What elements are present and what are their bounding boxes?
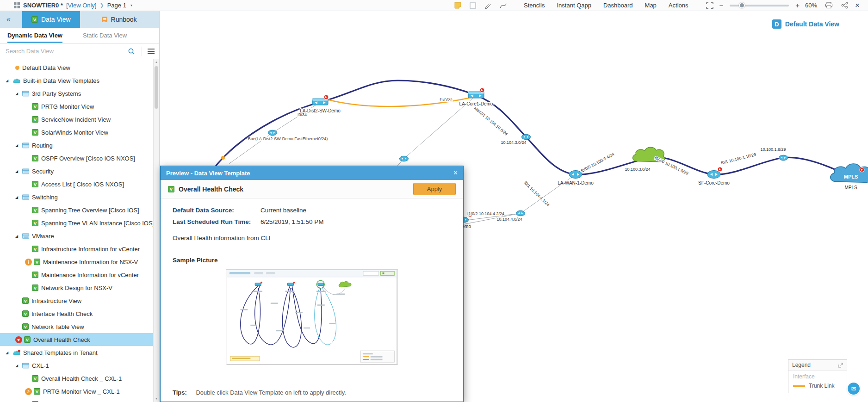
- expand-arrow-icon[interactable]: ◢: [15, 169, 22, 173]
- expand-arrow-icon[interactable]: ◢: [15, 143, 22, 148]
- template-name: Overall Health Check: [179, 186, 243, 193]
- tips-row: Tips: Double click Data View Template on…: [173, 389, 346, 396]
- tree-item-switching[interactable]: ◢Switching: [0, 191, 153, 204]
- tree-item-prtg-monitor-view-cxl-1[interactable]: 2VPRTG Monitor View _ CXL-1: [0, 385, 153, 398]
- note-tool-icon[interactable]: [454, 2, 461, 9]
- device-router-sm[interactable]: [268, 130, 277, 136]
- menu-dashboard[interactable]: Dashboard: [603, 2, 633, 9]
- subtab-dynamic-data-view[interactable]: Dynamic Data View: [7, 28, 62, 43]
- device-router-sm[interactable]: [399, 156, 408, 161]
- apps-grid-icon[interactable]: [14, 2, 20, 8]
- fit-screen-icon[interactable]: [706, 2, 713, 9]
- dataview-subtabs: Dynamic Data View Static Data View: [0, 28, 159, 43]
- pencil-tool-icon[interactable]: [484, 2, 491, 9]
- tree-item-network-design-for-nsx-v[interactable]: VNetwork Design for NSX-V: [0, 281, 153, 294]
- menu-actions[interactable]: Actions: [669, 2, 688, 9]
- chat-button[interactable]: ✉: [848, 383, 860, 395]
- tree-item-routing[interactable]: ◢Routing: [0, 139, 153, 152]
- device-router-sm[interactable]: [779, 155, 787, 161]
- menu-map[interactable]: Map: [645, 2, 657, 9]
- tab-runbook[interactable]: Runbook: [92, 11, 146, 28]
- tree-item-servicenow-incident-view-cxl-1[interactable]: VServiceNow Incident View _ CXL-1: [0, 398, 153, 402]
- scrollbar-thumb[interactable]: [155, 66, 158, 109]
- expand-arrow-icon[interactable]: ◢: [6, 351, 12, 355]
- subtab-static-data-view[interactable]: Static Data View: [83, 28, 127, 43]
- scroll-down-icon[interactable]: ▼: [154, 396, 159, 402]
- tree-item-label: ServiceNow Incident View: [41, 116, 111, 123]
- interface-label: f0/34: [298, 112, 307, 117]
- menu-instant-qapp[interactable]: Instant Qapp: [557, 2, 591, 9]
- tab-data-view[interactable]: V Data View: [22, 11, 80, 28]
- tree-item-prtg-monitor-view[interactable]: VPRTG Monitor View: [0, 100, 153, 113]
- tree-item-cxl-1[interactable]: ◢CXL-1: [0, 359, 153, 372]
- search-icon[interactable]: [128, 48, 135, 55]
- tree-item-access-list-cisco-ios-nxos[interactable]: VAccess List [ Cisco IOS NXOS]: [0, 178, 153, 191]
- device-router-sm[interactable]: [521, 134, 530, 140]
- view-icon: V: [32, 220, 38, 226]
- zoom-in-button[interactable]: +: [795, 1, 800, 9]
- interface-label: f0/1 10.100.1.10/29: [720, 152, 756, 165]
- scroll-up-icon[interactable]: ▲: [154, 59, 159, 65]
- device-sf-core-demo[interactable]: SF-Core-Demo: [698, 167, 730, 186]
- tree-item-shared-templates-in-tenant[interactable]: ◢Shared Templates in Tenant: [0, 346, 153, 359]
- legend-expand-icon[interactable]: [838, 363, 843, 368]
- dialog-body: Default Data Source: Current baseline La…: [161, 198, 463, 402]
- tree-item-infrastructure-view[interactable]: VInfrastructure View: [0, 294, 153, 307]
- print-icon[interactable]: [825, 2, 833, 9]
- device-mpls[interactable]: MPLSMPLS: [831, 164, 868, 190]
- expand-arrow-icon[interactable]: ◢: [6, 79, 12, 83]
- apply-button[interactable]: Apply: [413, 183, 456, 195]
- tree-item-spanning-tree-vlan-instance-cisco-ios[interactable]: VSpanning Tree VLAN Instance [Cisco IOS]: [0, 216, 153, 229]
- link[interactable]: [390, 95, 476, 174]
- tree-item-maintenance-information-for-vcenter[interactable]: VMaintenance Information for vCenter: [0, 268, 153, 281]
- collapse-sidebar-button[interactable]: «: [0, 11, 22, 28]
- view-icon: V: [22, 310, 29, 317]
- zoom-slider[interactable]: [730, 5, 789, 6]
- tree-item-network-table-view[interactable]: VNetwork Table View: [0, 320, 153, 333]
- close-map-icon[interactable]: ×: [855, 1, 860, 10]
- tree-item-spanning-tree-overview-cisco-ios[interactable]: VSpanning Tree Overview [Cisco IOS]: [0, 204, 153, 216]
- tree-item-maintenance-information-for-nsx-v[interactable]: iVMaintenance Information for NSX-V: [0, 255, 153, 268]
- device-router-sm[interactable]: [516, 210, 525, 216]
- tree-scrollbar[interactable]: ▲ ▼: [153, 59, 159, 402]
- tree-item-built-in-data-view-templates[interactable]: ◢Built-in Data View Templates: [0, 74, 153, 87]
- expand-arrow-icon[interactable]: ◢: [15, 92, 22, 96]
- tree-item-infrastructure-information-for-vcenter[interactable]: VInfrastructure Information for vCenter: [0, 242, 153, 255]
- zoom-out-button[interactable]: −: [719, 1, 724, 9]
- list-options-icon[interactable]: [148, 49, 155, 49]
- tree-item-overall-health-check[interactable]: ▶VOverall Health Check: [0, 333, 153, 346]
- dialog-close-icon[interactable]: ×: [453, 169, 458, 177]
- menu-stencils[interactable]: Stencils: [524, 2, 545, 9]
- expand-arrow-icon[interactable]: ◢: [15, 195, 22, 199]
- tree-item-default-data-view[interactable]: Default Data View: [0, 61, 153, 74]
- tree-item-interface-health-check[interactable]: VInterface Health Check: [0, 307, 153, 320]
- search-input[interactable]: [5, 47, 124, 55]
- share-icon[interactable]: [841, 2, 848, 9]
- tree-item-label: OSPF Overview [Cisco IOS NXOS]: [41, 155, 135, 162]
- interface-label: f1/0/22: [440, 98, 453, 102]
- active-dataview-chip[interactable]: D Default Data View: [772, 19, 839, 29]
- tree-item-security[interactable]: ◢Security: [0, 165, 153, 178]
- zoom-slider-handle[interactable]: [739, 2, 745, 8]
- tree-item-vmware[interactable]: ◢VMware: [0, 229, 153, 242]
- tree-item-overall-health-check-cxl-1[interactable]: VOverall Health Check _ CXL-1: [0, 372, 153, 385]
- tree-item-ospf-overview-cisco-ios-nxos[interactable]: VOSPF Overview [Cisco IOS NXOS]: [0, 152, 153, 165]
- sample-picture-title: Sample Picture: [173, 257, 451, 264]
- device-la-wan-1-demo[interactable]: LA-WAN-1-Demo: [558, 171, 594, 186]
- tree-item-3rd-party-systems[interactable]: ◢3rd Party Systems: [0, 87, 153, 100]
- shape-tool-icon[interactable]: [470, 2, 476, 9]
- tree-item-solarwinds-monitor-view[interactable]: VSolarWinds Monitor View: [0, 126, 153, 139]
- breadcrumb-separator: ❯: [99, 2, 104, 8]
- expand-arrow-icon[interactable]: ◢: [15, 234, 22, 238]
- folder-icon: [22, 142, 29, 148]
- page-caret-icon[interactable]: ▾: [130, 3, 132, 7]
- badge-i: i: [25, 259, 32, 266]
- view-mode-label[interactable]: [View Only]: [66, 2, 97, 9]
- expand-arrow-icon[interactable]: ◢: [15, 364, 22, 368]
- curve-tool-icon[interactable]: [500, 2, 507, 9]
- tree-item-servicenow-incident-view[interactable]: VServiceNow Incident View: [0, 113, 153, 126]
- tree-item-label: Network Table View: [31, 323, 84, 330]
- tree-item-label: Overall Health Check _ CXL-1: [41, 375, 122, 382]
- page-selector[interactable]: Page 1: [107, 2, 126, 9]
- field-label: Last Scheduled Run Time:: [173, 218, 260, 225]
